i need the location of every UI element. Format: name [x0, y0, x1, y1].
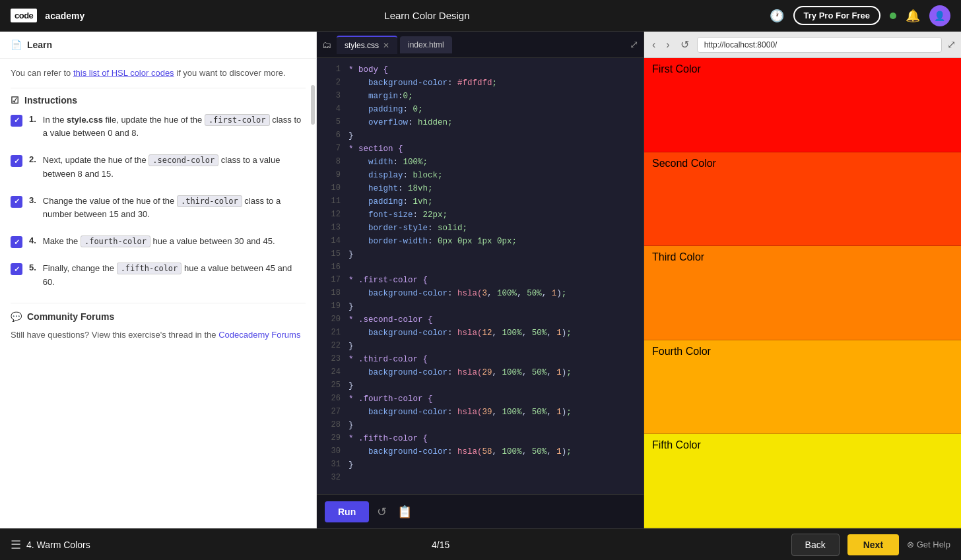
community-icon: 💬: [11, 311, 22, 322]
line-content: padding: 1vh;: [348, 195, 433, 208]
progress-indicator: 4/15: [432, 540, 449, 550]
next-button[interactable]: Next: [847, 534, 899, 555]
step-1-text: In the style.css file, update the hue of…: [43, 113, 306, 141]
step-2-number: 2.: [29, 154, 36, 164]
browser-back-button[interactable]: ‹: [649, 38, 658, 52]
color-section: Third Color: [644, 246, 961, 340]
line-content: background-color: hsla(3, 100%, 50%, 1);: [348, 287, 566, 300]
back-button[interactable]: Back: [791, 534, 840, 556]
line-number: 6: [322, 129, 341, 142]
learn-icon: 📄: [11, 40, 22, 50]
step-4-number: 4.: [29, 235, 36, 245]
code-line: 21 background-color: hsla(12, 100%, 50%,…: [317, 327, 644, 340]
hsl-link[interactable]: this list of HSL color codes: [73, 68, 174, 78]
line-number: 7: [322, 142, 341, 156]
line-content: border-style: solid;: [348, 222, 467, 235]
code-line: 23* .third-color {: [317, 353, 644, 366]
step-3-number: 3.: [29, 195, 36, 205]
line-content: * .first-color {: [348, 274, 428, 287]
code-line: 25}: [317, 379, 644, 392]
editor-tabs: 🗂 styles.css ✕ index.html ⤢: [317, 32, 644, 58]
clock-icon[interactable]: 🕐: [770, 9, 784, 23]
try-pro-button[interactable]: Try Pro For Free: [793, 6, 880, 25]
line-number: 24: [322, 366, 341, 379]
logo-suffix: academy: [45, 11, 84, 21]
step-4: 4. Make the .fourth-color hue a value be…: [11, 235, 306, 249]
line-number: 11: [322, 195, 341, 208]
code-line: 1* body {: [317, 63, 644, 77]
line-content: background-color: hsla(58, 100%, 50%, 1)…: [348, 445, 572, 458]
line-content: }: [348, 379, 354, 392]
hamburger-button[interactable]: ☰: [11, 538, 21, 552]
left-panel: 📄 Learn You can refer to this list of HS…: [0, 32, 317, 528]
code-editor[interactable]: 1* body {2 background-color: #fdfdfd;3 m…: [317, 58, 644, 494]
code-line: 7* section {: [317, 142, 644, 156]
line-number: 13: [322, 222, 341, 235]
browser-forward-button[interactable]: ›: [663, 38, 672, 52]
folder-icon[interactable]: 🗂: [322, 40, 331, 50]
code-line: 20* .second-color {: [317, 313, 644, 327]
code-line: 4 padding: 0;: [317, 103, 644, 116]
line-number: 22: [322, 340, 341, 353]
code-line: 19}: [317, 300, 644, 313]
refresh-icon[interactable]: ↺: [374, 502, 389, 522]
bottom-bar: ☰ 4. Warm Colors 4/15 Back Next ⊗ Get He…: [0, 528, 961, 560]
step-5-number: 5.: [29, 263, 36, 272]
line-content: * section {: [348, 142, 403, 156]
code-line: 27 background-color: hsla(39, 100%, 50%,…: [317, 406, 644, 419]
line-content: overflow: hidden;: [348, 116, 453, 129]
step-5-text: Finally, change the .fifth-color hue a v…: [43, 262, 306, 290]
code-line: 28}: [317, 419, 644, 432]
run-button[interactable]: Run: [325, 501, 369, 522]
browser-url-input[interactable]: [697, 37, 942, 53]
line-number: 10: [322, 182, 341, 195]
line-number: 15: [322, 248, 341, 261]
learn-label: Learn: [27, 40, 52, 50]
community-label: Community Forums: [27, 311, 114, 322]
line-content: background-color: hsla(29, 100%, 50%, 1)…: [348, 366, 572, 379]
code-line: 11 padding: 1vh;: [317, 195, 644, 208]
bell-icon[interactable]: 🔔: [906, 9, 920, 23]
line-number: 9: [322, 169, 341, 182]
tab-styles-css[interactable]: styles.css ✕: [337, 36, 397, 54]
line-content: background-color: hsla(39, 100%, 50%, 1)…: [348, 406, 572, 419]
editor-bottom: Run ↺ 📋: [317, 494, 644, 528]
code-line: 31}: [317, 458, 644, 472]
line-content: }: [348, 248, 354, 261]
line-content: margin:0;: [348, 90, 413, 103]
code-line: 15}: [317, 248, 644, 261]
code-line: 3 margin:0;: [317, 90, 644, 103]
line-content: background-color: hsla(12, 100%, 50%, 1)…: [348, 327, 572, 340]
line-number: 5: [322, 116, 341, 129]
tab-styles-css-close[interactable]: ✕: [383, 41, 389, 50]
browser-expand-icon[interactable]: ⤢: [947, 38, 956, 51]
code-line: 29* .fifth-color {: [317, 432, 644, 445]
browser-refresh-button[interactable]: ↺: [678, 37, 692, 52]
line-number: 3: [322, 90, 341, 103]
step-5: 5. Finally, change the .fifth-color hue …: [11, 262, 306, 290]
get-help-button[interactable]: ⊗ Get Help: [907, 540, 950, 549]
editor-panel: 🗂 styles.css ✕ index.html ⤢ 1* body {2 b…: [317, 32, 644, 528]
fullscreen-icon[interactable]: ⤢: [630, 38, 638, 51]
line-number: 20: [322, 313, 341, 327]
top-nav: code academy Learn Color Design 🕐 Try Pr…: [0, 0, 961, 32]
preview-panel: ‹ › ↺ ⤢ First ColorSecond ColorThird Col…: [644, 32, 961, 528]
line-content: * .fifth-color {: [348, 432, 428, 445]
avatar[interactable]: 👤: [929, 5, 950, 26]
code-line: 5 overflow: hidden;: [317, 116, 644, 129]
copy-icon[interactable]: 📋: [395, 502, 414, 522]
tab-index-html[interactable]: index.html: [400, 36, 452, 53]
step-3-text: Change the value of the hue of the .thir…: [43, 195, 306, 222]
line-content: padding: 0;: [348, 103, 423, 116]
step-2-text: Next, update the hue of the .second-colo…: [43, 154, 306, 181]
community-section: 💬 Community Forums Still have questions?…: [11, 303, 306, 342]
code-line: 14 border-width: 0px 0px 1px 0px;: [317, 235, 644, 248]
line-content: }: [348, 419, 354, 432]
line-number: 26: [322, 392, 341, 406]
line-content: }: [348, 458, 354, 472]
line-number: 4: [322, 103, 341, 116]
line-content: font-size: 22px;: [348, 208, 447, 222]
line-content: * .third-color {: [348, 353, 428, 366]
checkbox-icon: ☑: [11, 95, 19, 106]
forums-link[interactable]: Codecademy Forums: [218, 330, 300, 340]
